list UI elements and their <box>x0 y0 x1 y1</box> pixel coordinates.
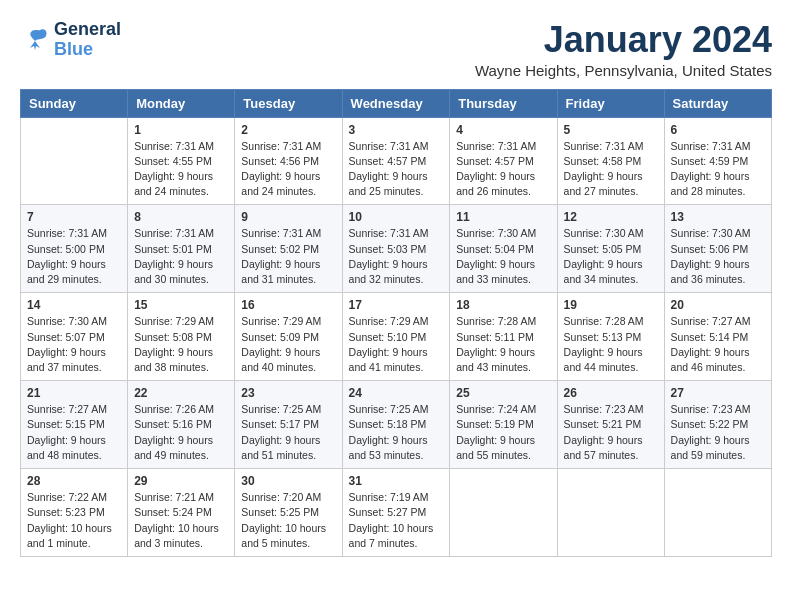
sunrise-text: Sunrise: 7:21 AM <box>134 491 214 503</box>
header-sunday: Sunday <box>21 89 128 117</box>
calendar-cell: 22 Sunrise: 7:26 AM Sunset: 5:16 PM Dayl… <box>128 381 235 469</box>
header-tuesday: Tuesday <box>235 89 342 117</box>
day-detail: Sunrise: 7:23 AM Sunset: 5:22 PM Dayligh… <box>671 402 765 463</box>
sunrise-text: Sunrise: 7:31 AM <box>564 140 644 152</box>
calendar-cell: 15 Sunrise: 7:29 AM Sunset: 5:08 PM Dayl… <box>128 293 235 381</box>
calendar-cell: 29 Sunrise: 7:21 AM Sunset: 5:24 PM Dayl… <box>128 469 235 557</box>
calendar-cell: 21 Sunrise: 7:27 AM Sunset: 5:15 PM Dayl… <box>21 381 128 469</box>
location-subtitle: Wayne Heights, Pennsylvania, United Stat… <box>475 62 772 79</box>
sunset-text: Sunset: 5:10 PM <box>349 331 427 343</box>
sunrise-text: Sunrise: 7:27 AM <box>671 315 751 327</box>
daylight-text: Daylight: 10 hours and 1 minute. <box>27 522 112 549</box>
day-detail: Sunrise: 7:25 AM Sunset: 5:18 PM Dayligh… <box>349 402 444 463</box>
sunset-text: Sunset: 5:04 PM <box>456 243 534 255</box>
sunset-text: Sunset: 5:11 PM <box>456 331 534 343</box>
day-number: 25 <box>456 386 550 400</box>
day-number: 7 <box>27 210 121 224</box>
sunrise-text: Sunrise: 7:28 AM <box>564 315 644 327</box>
header-monday: Monday <box>128 89 235 117</box>
sunrise-text: Sunrise: 7:29 AM <box>134 315 214 327</box>
daylight-text: Daylight: 9 hours and 49 minutes. <box>134 434 213 461</box>
day-number: 19 <box>564 298 658 312</box>
calendar-cell: 20 Sunrise: 7:27 AM Sunset: 5:14 PM Dayl… <box>664 293 771 381</box>
sunset-text: Sunset: 5:06 PM <box>671 243 749 255</box>
title-block: January 2024 Wayne Heights, Pennsylvania… <box>475 20 772 79</box>
calendar-week-row: 1 Sunrise: 7:31 AM Sunset: 4:55 PM Dayli… <box>21 117 772 205</box>
day-detail: Sunrise: 7:20 AM Sunset: 5:25 PM Dayligh… <box>241 490 335 551</box>
day-detail: Sunrise: 7:30 AM Sunset: 5:04 PM Dayligh… <box>456 226 550 287</box>
day-detail: Sunrise: 7:29 AM Sunset: 5:09 PM Dayligh… <box>241 314 335 375</box>
daylight-text: Daylight: 9 hours and 59 minutes. <box>671 434 750 461</box>
day-number: 13 <box>671 210 765 224</box>
daylight-text: Daylight: 9 hours and 53 minutes. <box>349 434 428 461</box>
header-wednesday: Wednesday <box>342 89 450 117</box>
sunset-text: Sunset: 5:07 PM <box>27 331 105 343</box>
sunrise-text: Sunrise: 7:31 AM <box>134 140 214 152</box>
daylight-text: Daylight: 9 hours and 48 minutes. <box>27 434 106 461</box>
calendar-cell <box>450 469 557 557</box>
page-header: GeneralBlue January 2024 Wayne Heights, … <box>20 20 772 79</box>
sunset-text: Sunset: 5:19 PM <box>456 418 534 430</box>
sunset-text: Sunset: 5:08 PM <box>134 331 212 343</box>
sunset-text: Sunset: 4:59 PM <box>671 155 749 167</box>
sunrise-text: Sunrise: 7:29 AM <box>349 315 429 327</box>
header-saturday: Saturday <box>664 89 771 117</box>
day-detail: Sunrise: 7:29 AM Sunset: 5:10 PM Dayligh… <box>349 314 444 375</box>
day-number: 6 <box>671 123 765 137</box>
sunrise-text: Sunrise: 7:27 AM <box>27 403 107 415</box>
day-detail: Sunrise: 7:27 AM Sunset: 5:14 PM Dayligh… <box>671 314 765 375</box>
calendar-cell: 19 Sunrise: 7:28 AM Sunset: 5:13 PM Dayl… <box>557 293 664 381</box>
day-detail: Sunrise: 7:30 AM Sunset: 5:07 PM Dayligh… <box>27 314 121 375</box>
calendar-cell: 27 Sunrise: 7:23 AM Sunset: 5:22 PM Dayl… <box>664 381 771 469</box>
calendar-cell: 4 Sunrise: 7:31 AM Sunset: 4:57 PM Dayli… <box>450 117 557 205</box>
daylight-text: Daylight: 10 hours and 3 minutes. <box>134 522 219 549</box>
day-detail: Sunrise: 7:31 AM Sunset: 5:03 PM Dayligh… <box>349 226 444 287</box>
sunrise-text: Sunrise: 7:26 AM <box>134 403 214 415</box>
daylight-text: Daylight: 9 hours and 33 minutes. <box>456 258 535 285</box>
calendar-cell <box>21 117 128 205</box>
daylight-text: Daylight: 9 hours and 43 minutes. <box>456 346 535 373</box>
day-detail: Sunrise: 7:24 AM Sunset: 5:19 PM Dayligh… <box>456 402 550 463</box>
day-number: 15 <box>134 298 228 312</box>
sunset-text: Sunset: 5:25 PM <box>241 506 319 518</box>
day-number: 20 <box>671 298 765 312</box>
day-detail: Sunrise: 7:31 AM Sunset: 4:55 PM Dayligh… <box>134 139 228 200</box>
sunrise-text: Sunrise: 7:30 AM <box>564 227 644 239</box>
day-number: 3 <box>349 123 444 137</box>
calendar-cell <box>557 469 664 557</box>
daylight-text: Daylight: 9 hours and 28 minutes. <box>671 170 750 197</box>
day-detail: Sunrise: 7:23 AM Sunset: 5:21 PM Dayligh… <box>564 402 658 463</box>
daylight-text: Daylight: 9 hours and 40 minutes. <box>241 346 320 373</box>
sunrise-text: Sunrise: 7:19 AM <box>349 491 429 503</box>
day-detail: Sunrise: 7:31 AM Sunset: 4:57 PM Dayligh… <box>456 139 550 200</box>
sunset-text: Sunset: 5:09 PM <box>241 331 319 343</box>
day-detail: Sunrise: 7:31 AM Sunset: 4:58 PM Dayligh… <box>564 139 658 200</box>
daylight-text: Daylight: 9 hours and 30 minutes. <box>134 258 213 285</box>
header-friday: Friday <box>557 89 664 117</box>
sunrise-text: Sunrise: 7:31 AM <box>349 227 429 239</box>
sunset-text: Sunset: 5:17 PM <box>241 418 319 430</box>
sunrise-text: Sunrise: 7:31 AM <box>349 140 429 152</box>
day-number: 30 <box>241 474 335 488</box>
daylight-text: Daylight: 10 hours and 7 minutes. <box>349 522 434 549</box>
sunset-text: Sunset: 5:16 PM <box>134 418 212 430</box>
calendar-cell: 11 Sunrise: 7:30 AM Sunset: 5:04 PM Dayl… <box>450 205 557 293</box>
sunrise-text: Sunrise: 7:29 AM <box>241 315 321 327</box>
sunrise-text: Sunrise: 7:23 AM <box>671 403 751 415</box>
daylight-text: Daylight: 9 hours and 44 minutes. <box>564 346 643 373</box>
calendar-cell: 16 Sunrise: 7:29 AM Sunset: 5:09 PM Dayl… <box>235 293 342 381</box>
day-number: 5 <box>564 123 658 137</box>
day-number: 17 <box>349 298 444 312</box>
calendar-cell: 10 Sunrise: 7:31 AM Sunset: 5:03 PM Dayl… <box>342 205 450 293</box>
calendar-cell: 9 Sunrise: 7:31 AM Sunset: 5:02 PM Dayli… <box>235 205 342 293</box>
daylight-text: Daylight: 9 hours and 25 minutes. <box>349 170 428 197</box>
sunset-text: Sunset: 4:57 PM <box>349 155 427 167</box>
daylight-text: Daylight: 9 hours and 38 minutes. <box>134 346 213 373</box>
calendar-cell: 3 Sunrise: 7:31 AM Sunset: 4:57 PM Dayli… <box>342 117 450 205</box>
daylight-text: Daylight: 9 hours and 46 minutes. <box>671 346 750 373</box>
sunset-text: Sunset: 5:02 PM <box>241 243 319 255</box>
day-number: 4 <box>456 123 550 137</box>
day-number: 9 <box>241 210 335 224</box>
sunrise-text: Sunrise: 7:20 AM <box>241 491 321 503</box>
sunrise-text: Sunrise: 7:24 AM <box>456 403 536 415</box>
